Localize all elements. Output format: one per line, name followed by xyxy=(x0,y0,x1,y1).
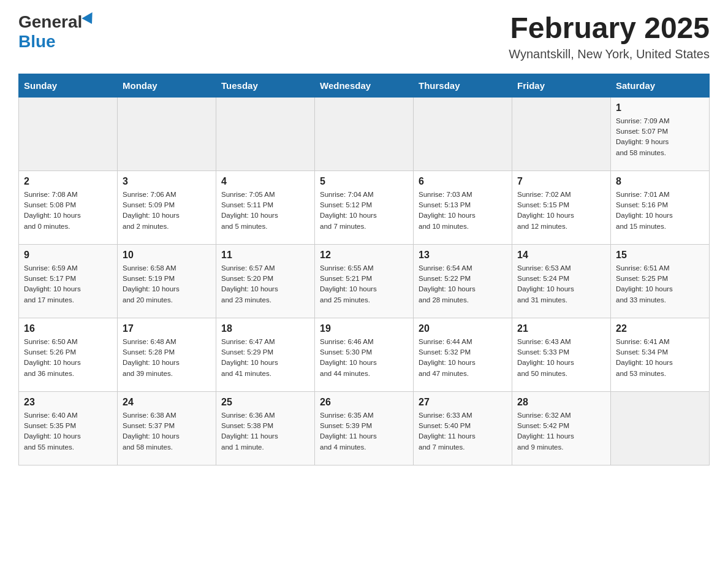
calendar-cell: 2Sunrise: 7:08 AM Sunset: 5:08 PM Daylig… xyxy=(19,170,118,244)
calendar-cell xyxy=(315,97,414,170)
day-number: 28 xyxy=(517,397,605,408)
day-number: 16 xyxy=(24,323,112,334)
calendar-cell xyxy=(512,97,611,170)
calendar-cell: 28Sunrise: 6:32 AM Sunset: 5:42 PM Dayli… xyxy=(512,391,611,465)
day-info: Sunrise: 7:06 AM Sunset: 5:09 PM Dayligh… xyxy=(123,190,211,232)
day-number: 24 xyxy=(123,397,211,408)
day-info: Sunrise: 6:46 AM Sunset: 5:30 PM Dayligh… xyxy=(320,337,408,379)
calendar-cell xyxy=(118,97,216,170)
calendar-week-row: 9Sunrise: 6:59 AM Sunset: 5:17 PM Daylig… xyxy=(19,244,710,318)
calendar-cell: 10Sunrise: 6:58 AM Sunset: 5:19 PM Dayli… xyxy=(118,244,216,318)
day-number: 17 xyxy=(123,323,211,334)
weekday-header-sunday: Sunday xyxy=(19,74,118,97)
calendar-cell xyxy=(611,391,710,465)
calendar-cell: 6Sunrise: 7:03 AM Sunset: 5:13 PM Daylig… xyxy=(414,170,512,244)
day-info: Sunrise: 6:32 AM Sunset: 5:42 PM Dayligh… xyxy=(517,410,605,453)
calendar-cell: 22Sunrise: 6:41 AM Sunset: 5:34 PM Dayli… xyxy=(611,318,710,391)
day-info: Sunrise: 7:04 AM Sunset: 5:12 PM Dayligh… xyxy=(320,190,408,232)
day-info: Sunrise: 6:50 AM Sunset: 5:26 PM Dayligh… xyxy=(24,337,112,379)
title-block: February 2025 Wynantskill, New York, Uni… xyxy=(509,12,710,61)
calendar-week-row: 2Sunrise: 7:08 AM Sunset: 5:08 PM Daylig… xyxy=(19,170,710,244)
day-number: 22 xyxy=(616,323,704,334)
day-number: 14 xyxy=(517,250,605,261)
calendar-week-row: 16Sunrise: 6:50 AM Sunset: 5:26 PM Dayli… xyxy=(19,318,710,391)
calendar-cell: 8Sunrise: 7:01 AM Sunset: 5:16 PM Daylig… xyxy=(611,170,710,244)
day-number: 4 xyxy=(221,176,309,187)
weekday-header-monday: Monday xyxy=(118,74,216,97)
calendar-cell: 20Sunrise: 6:44 AM Sunset: 5:32 PM Dayli… xyxy=(414,318,512,391)
day-info: Sunrise: 6:55 AM Sunset: 5:21 PM Dayligh… xyxy=(320,263,408,305)
logo-blue-text: Blue xyxy=(18,32,56,51)
day-number: 10 xyxy=(123,250,211,261)
day-info: Sunrise: 6:57 AM Sunset: 5:20 PM Dayligh… xyxy=(221,263,309,305)
calendar-cell: 14Sunrise: 6:53 AM Sunset: 5:24 PM Dayli… xyxy=(512,244,611,318)
day-number: 15 xyxy=(616,250,704,261)
calendar-cell: 1Sunrise: 7:09 AM Sunset: 5:07 PM Daylig… xyxy=(611,97,710,170)
day-number: 7 xyxy=(517,176,605,187)
day-info: Sunrise: 6:43 AM Sunset: 5:33 PM Dayligh… xyxy=(517,337,605,379)
calendar-cell: 3Sunrise: 7:06 AM Sunset: 5:09 PM Daylig… xyxy=(118,170,216,244)
day-info: Sunrise: 6:44 AM Sunset: 5:32 PM Dayligh… xyxy=(419,337,507,379)
logo-general-text: General xyxy=(18,12,82,32)
calendar-cell: 11Sunrise: 6:57 AM Sunset: 5:20 PM Dayli… xyxy=(216,244,315,318)
calendar-cell: 5Sunrise: 7:04 AM Sunset: 5:12 PM Daylig… xyxy=(315,170,414,244)
day-number: 13 xyxy=(419,250,507,261)
calendar-cell: 13Sunrise: 6:54 AM Sunset: 5:22 PM Dayli… xyxy=(414,244,512,318)
calendar-cell: 7Sunrise: 7:02 AM Sunset: 5:15 PM Daylig… xyxy=(512,170,611,244)
day-number: 9 xyxy=(24,250,112,261)
day-info: Sunrise: 6:47 AM Sunset: 5:29 PM Dayligh… xyxy=(221,337,309,379)
day-info: Sunrise: 7:09 AM Sunset: 5:07 PM Dayligh… xyxy=(616,116,704,158)
day-number: 27 xyxy=(419,397,507,408)
weekday-header-friday: Friday xyxy=(512,74,611,97)
calendar-week-row: 23Sunrise: 6:40 AM Sunset: 5:35 PM Dayli… xyxy=(19,391,710,465)
weekday-header-tuesday: Tuesday xyxy=(216,74,315,97)
day-info: Sunrise: 7:01 AM Sunset: 5:16 PM Dayligh… xyxy=(616,190,704,232)
day-info: Sunrise: 6:40 AM Sunset: 5:35 PM Dayligh… xyxy=(24,410,112,453)
calendar-cell: 26Sunrise: 6:35 AM Sunset: 5:39 PM Dayli… xyxy=(315,391,414,465)
day-info: Sunrise: 6:54 AM Sunset: 5:22 PM Dayligh… xyxy=(419,263,507,305)
day-info: Sunrise: 6:35 AM Sunset: 5:39 PM Dayligh… xyxy=(320,410,408,453)
calendar-cell: 24Sunrise: 6:38 AM Sunset: 5:37 PM Dayli… xyxy=(118,391,216,465)
calendar-cell xyxy=(414,97,512,170)
day-number: 21 xyxy=(517,323,605,334)
calendar-cell: 23Sunrise: 6:40 AM Sunset: 5:35 PM Dayli… xyxy=(19,391,118,465)
day-number: 11 xyxy=(221,250,309,261)
day-number: 20 xyxy=(419,323,507,334)
calendar-header-row: SundayMondayTuesdayWednesdayThursdayFrid… xyxy=(19,74,710,97)
calendar-cell: 4Sunrise: 7:05 AM Sunset: 5:11 PM Daylig… xyxy=(216,170,315,244)
day-info: Sunrise: 6:41 AM Sunset: 5:34 PM Dayligh… xyxy=(616,337,704,379)
day-info: Sunrise: 7:08 AM Sunset: 5:08 PM Dayligh… xyxy=(24,190,112,232)
calendar-cell: 12Sunrise: 6:55 AM Sunset: 5:21 PM Dayli… xyxy=(315,244,414,318)
weekday-header-saturday: Saturday xyxy=(611,74,710,97)
day-number: 26 xyxy=(320,397,408,408)
page-header: General Blue February 2025 Wynantskill, … xyxy=(18,12,710,61)
day-info: Sunrise: 6:36 AM Sunset: 5:38 PM Dayligh… xyxy=(221,410,309,453)
calendar-cell: 15Sunrise: 6:51 AM Sunset: 5:25 PM Dayli… xyxy=(611,244,710,318)
day-info: Sunrise: 7:03 AM Sunset: 5:13 PM Dayligh… xyxy=(419,190,507,232)
day-info: Sunrise: 7:05 AM Sunset: 5:11 PM Dayligh… xyxy=(221,190,309,232)
day-info: Sunrise: 7:02 AM Sunset: 5:15 PM Dayligh… xyxy=(517,190,605,232)
calendar-cell xyxy=(216,97,315,170)
weekday-header-wednesday: Wednesday xyxy=(315,74,414,97)
day-info: Sunrise: 6:59 AM Sunset: 5:17 PM Dayligh… xyxy=(24,263,112,305)
logo: General Blue xyxy=(18,12,96,52)
day-info: Sunrise: 6:48 AM Sunset: 5:28 PM Dayligh… xyxy=(123,337,211,379)
calendar-week-row: 1Sunrise: 7:09 AM Sunset: 5:07 PM Daylig… xyxy=(19,97,710,170)
day-number: 18 xyxy=(221,323,309,334)
day-number: 23 xyxy=(24,397,112,408)
day-info: Sunrise: 6:51 AM Sunset: 5:25 PM Dayligh… xyxy=(616,263,704,305)
calendar-cell: 21Sunrise: 6:43 AM Sunset: 5:33 PM Dayli… xyxy=(512,318,611,391)
calendar-cell: 17Sunrise: 6:48 AM Sunset: 5:28 PM Dayli… xyxy=(118,318,216,391)
day-number: 19 xyxy=(320,323,408,334)
day-number: 8 xyxy=(616,176,704,187)
calendar-cell: 9Sunrise: 6:59 AM Sunset: 5:17 PM Daylig… xyxy=(19,244,118,318)
day-info: Sunrise: 6:53 AM Sunset: 5:24 PM Dayligh… xyxy=(517,263,605,305)
logo-triangle-icon xyxy=(82,12,97,27)
calendar-table: SundayMondayTuesdayWednesdayThursdayFrid… xyxy=(18,74,710,465)
calendar-cell xyxy=(19,97,118,170)
day-info: Sunrise: 6:58 AM Sunset: 5:19 PM Dayligh… xyxy=(123,263,211,305)
day-number: 2 xyxy=(24,176,112,187)
day-info: Sunrise: 6:38 AM Sunset: 5:37 PM Dayligh… xyxy=(123,410,211,453)
day-number: 25 xyxy=(221,397,309,408)
weekday-header-thursday: Thursday xyxy=(414,74,512,97)
